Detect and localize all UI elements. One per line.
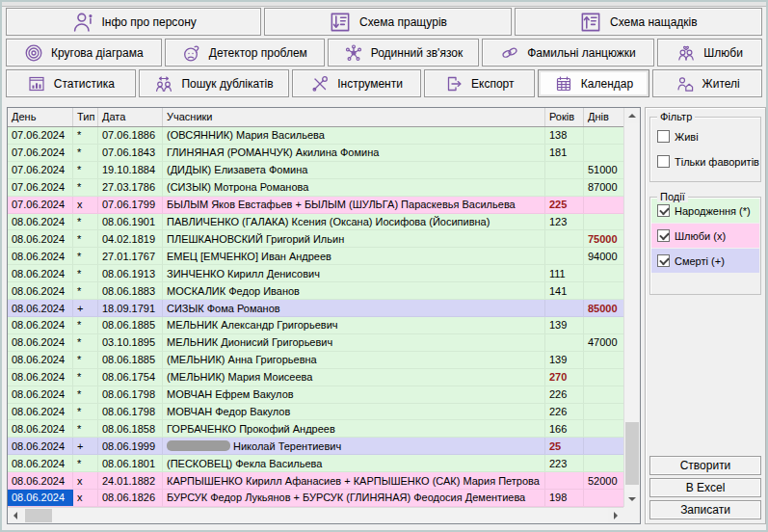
save-button[interactable]: Записати xyxy=(649,500,761,519)
table-row[interactable]: 08.06.2024*04.02.1819ПЛЕШКАНОВСКИЙ Григо… xyxy=(8,230,623,248)
row-years xyxy=(545,248,584,264)
export-button[interactable]: Експорт xyxy=(424,69,535,97)
table-row[interactable]: 08.06.2024x08.06.1826БУРСУК Федор Лукьян… xyxy=(8,490,623,507)
calendar-table: День Тип Дата Учасники Років Днів 07.06.… xyxy=(7,107,641,524)
deaths-checkbox[interactable] xyxy=(657,254,670,267)
table-row[interactable]: 08.06.2024*08.06.1901ПАВЛИЧЕНКО (ГАЛАКА)… xyxy=(8,214,623,231)
row-days xyxy=(584,127,623,144)
scroll-left-arrow-icon[interactable] xyxy=(8,508,23,523)
column-header-day[interactable]: День xyxy=(8,108,73,126)
row-participants: СИЗЫК Фома Романов xyxy=(163,300,545,316)
row-type: * xyxy=(73,404,98,420)
row-years: 141 xyxy=(545,282,584,299)
export-label: Експорт xyxy=(471,77,514,91)
row-day: 08.06.2024 xyxy=(8,317,73,333)
table-row[interactable]: 07.06.2024x07.06.1799БЫЛЫМ Яков Евстафье… xyxy=(8,197,623,214)
row-date: 19.10.1884 xyxy=(98,162,163,178)
row-date: 24.01.1882 xyxy=(98,472,163,489)
create-button[interactable]: Створити xyxy=(649,456,761,475)
row-days xyxy=(584,386,623,403)
row-type: * xyxy=(73,145,98,161)
statistics-button[interactable]: Статистика xyxy=(6,69,136,97)
row-type: * xyxy=(73,162,98,178)
column-header-date[interactable]: Дата xyxy=(98,108,163,126)
person-info-label: Інфо про персону xyxy=(102,15,197,29)
ancestors-scheme-button[interactable]: Схема пращурів xyxy=(264,8,511,36)
alive-checkbox[interactable] xyxy=(657,130,670,143)
family-link-button[interactable]: Родинний зв'язок xyxy=(328,39,479,66)
table-row[interactable]: 08.06.2024*08.06.1913ЗИНЧЕНКО Кирилл Ден… xyxy=(8,265,623,282)
row-type: * xyxy=(73,317,98,333)
horizontal-scrollbar[interactable] xyxy=(8,507,623,523)
table-row[interactable]: 08.06.2024*08.06.1885МЕЛЬНИК Александр Г… xyxy=(8,317,623,334)
row-type: * xyxy=(73,179,98,196)
favorites-only-checkbox[interactable] xyxy=(657,155,670,168)
horizontal-scrollbar-thumb[interactable] xyxy=(25,509,52,522)
duplicate-search-button[interactable]: Пошук дублікатів xyxy=(139,69,290,97)
problem-detector-button[interactable]: Детектор проблем xyxy=(165,39,326,66)
vertical-scrollbar-thumb[interactable] xyxy=(625,422,639,485)
table-row[interactable]: 08.06.2024+18.09.1791СИЗЫК Фома Романов8… xyxy=(8,300,623,317)
row-years: 226 xyxy=(545,386,584,403)
table-row[interactable]: 08.06.2024+08.06.1999Николай Терентиевич… xyxy=(8,438,623,455)
row-type: x xyxy=(73,197,98,213)
table-row[interactable]: 08.06.2024*08.06.1754(МЕЛЬНИК) Мария Мои… xyxy=(8,369,623,386)
row-years: 225 xyxy=(545,197,584,213)
row-participants: МЕЛЬНИК Александр Григорьевич xyxy=(163,317,545,333)
row-day: 08.06.2024 xyxy=(8,352,73,368)
table-row[interactable]: 07.06.2024*19.10.1884(ДИДЫК) Елизавета Ф… xyxy=(8,162,623,179)
table-row[interactable]: 08.06.2024*08.06.1883МОСКАЛИК Федор Иван… xyxy=(8,282,623,300)
table-row[interactable]: 08.06.2024*08.06.1798МОВЧАН Федор Вакуло… xyxy=(8,404,623,421)
row-years: 138 xyxy=(545,127,584,144)
table-row[interactable]: 07.06.2024*07.06.1843ГЛИНЯНАЯ (РОМАНЧУК)… xyxy=(8,145,623,162)
family-chains-button[interactable]: Фамильні ланцюжки xyxy=(482,39,655,66)
marriages-checkbox[interactable] xyxy=(657,229,670,242)
marriages-button[interactable]: Шлюби xyxy=(657,39,762,66)
row-days xyxy=(584,282,623,299)
table-row[interactable]: 08.06.2024*08.06.1798МОВЧАН Ефрем Вакуло… xyxy=(8,386,623,404)
table-row[interactable]: 07.06.2024*07.06.1886(ОВСЯННИК) Мария Ва… xyxy=(8,127,623,145)
table-row[interactable]: 08.06.2024*27.01.1767ЕМЕЦ [ЕМЧЕНКО] Иван… xyxy=(8,248,623,265)
row-day: 08.06.2024 xyxy=(8,248,73,264)
tools-button[interactable]: Інструменти xyxy=(292,69,421,97)
row-participants: ПАВЛИЧЕНКО (ГАЛАКА) Ксения (Оксана) Иоси… xyxy=(163,214,545,230)
births-checkbox[interactable] xyxy=(657,204,670,217)
table-row[interactable]: 08.06.2024*03.10.1895МЕЛЬНИК Дионисий Гр… xyxy=(8,334,623,352)
scrollbar-corner xyxy=(623,507,640,523)
vertical-scrollbar[interactable] xyxy=(623,108,640,507)
table-row[interactable]: 07.06.2024*27.03.1786(СИЗЫК) Мотрона Ром… xyxy=(8,179,623,197)
column-header-participants[interactable]: Учасники xyxy=(163,108,545,126)
person-info-button[interactable]: Інфо про персону xyxy=(6,8,261,36)
circle-diagram-button[interactable]: Кругова діаграма xyxy=(6,39,162,66)
row-participants: (МЕЛЬНИК) Мария Моисеева xyxy=(163,369,545,386)
table-row[interactable]: 08.06.2024*08.06.1858ГОРБАЧЕНКО Прокофий… xyxy=(8,420,623,438)
to-excel-button[interactable]: В Excel xyxy=(649,478,761,497)
calendar-tab-button[interactable]: Календар xyxy=(538,69,650,97)
table-row[interactable]: 08.06.2024*08.06.1885(МЕЛЬНИК) Анна Григ… xyxy=(8,352,623,369)
descendants-scheme-button[interactable]: Схема нащадків xyxy=(515,8,762,36)
row-type: * xyxy=(73,127,98,144)
filter-favorites-row[interactable]: Тільки фаворитів xyxy=(650,155,760,168)
residents-button[interactable]: Жителі xyxy=(652,69,762,97)
row-day: 08.06.2024 xyxy=(8,265,73,281)
row-date: 04.02.1819 xyxy=(98,230,163,247)
row-day: 07.06.2024 xyxy=(8,162,73,178)
column-header-type[interactable]: Тип xyxy=(73,108,98,126)
marriages-event-row[interactable]: Шлюби (x) xyxy=(651,224,759,248)
scroll-down-arrow-icon[interactable] xyxy=(624,492,640,507)
column-header-years[interactable]: Років xyxy=(545,108,584,126)
events-groupbox: Події Народження (*) Шлюби (x) Смерті (+… xyxy=(649,197,761,295)
scroll-right-arrow-icon[interactable] xyxy=(608,508,623,523)
table-row[interactable]: 08.06.2024*08.06.1801(ПЕСКОВЕЦ) Фекла Ва… xyxy=(8,455,623,472)
scroll-up-arrow-icon[interactable] xyxy=(624,108,640,123)
row-days: 85000 xyxy=(584,300,623,316)
table-row[interactable]: 08.06.2024x24.01.1882КАРПЫШЕНКО Кирилл А… xyxy=(8,472,623,490)
deaths-event-row[interactable]: Смерті (+) xyxy=(651,249,759,273)
row-participants: (ДИДЫК) Елизавета Фомина xyxy=(163,162,545,178)
row-day: 08.06.2024 xyxy=(8,455,73,471)
row-years xyxy=(545,334,584,351)
column-header-days[interactable]: Днів xyxy=(584,108,623,126)
row-date: 08.06.1798 xyxy=(98,404,163,420)
filter-alive-row[interactable]: Живі xyxy=(650,130,760,143)
ancestors-scheme-label: Схема пращурів xyxy=(359,15,447,29)
